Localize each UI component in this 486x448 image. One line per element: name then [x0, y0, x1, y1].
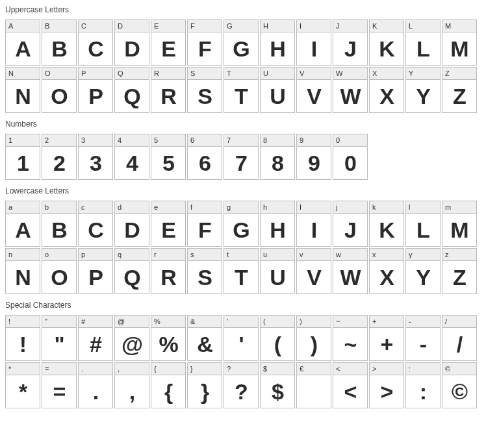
glyph-cell[interactable]: sS [187, 248, 222, 294]
glyph-cell[interactable]: QQ [114, 67, 149, 113]
glyph-cell[interactable]: (( [260, 315, 295, 361]
glyph-cell[interactable]: yY [405, 248, 441, 294]
glyph-cell[interactable]: II [296, 201, 331, 247]
glyph-cell[interactable]: FF [187, 19, 222, 66]
glyph-cell[interactable]: tT [224, 248, 259, 294]
glyph-cell[interactable]: GG [224, 19, 259, 66]
glyph-cell[interactable]: LL [405, 19, 441, 66]
glyph-cell[interactable]: KK [369, 19, 404, 66]
glyph-cell[interactable]: 88 [260, 134, 295, 180]
glyph-cell[interactable]: NN [5, 67, 40, 113]
glyph-cell[interactable]: hH [260, 201, 295, 247]
glyph-cell[interactable]: %% [151, 315, 186, 361]
glyph-cell[interactable]: $$ [260, 362, 295, 408]
glyph-cell[interactable]: PP [78, 67, 113, 113]
glyph-cell-label: Z [442, 68, 476, 80]
glyph-cell[interactable]: << [333, 362, 368, 408]
glyph-cell[interactable]: :: [405, 362, 441, 408]
glyph-cell[interactable]: CC [78, 19, 113, 66]
glyph-cell[interactable]: zZ [442, 248, 477, 294]
glyph-cell[interactable]: ** [5, 362, 40, 408]
glyph-cell[interactable]: wW [333, 248, 368, 294]
glyph-cell[interactable]: JJ [333, 19, 368, 66]
glyph-cell[interactable]: // [442, 315, 477, 361]
glyph-cell[interactable]: bB [42, 201, 77, 247]
glyph-cell[interactable]: qQ [114, 248, 149, 294]
glyph-cell[interactable]: oO [42, 248, 77, 294]
glyph-cell[interactable]: ## [78, 315, 113, 361]
glyph-cell[interactable]: HH [260, 19, 295, 66]
glyph-cell[interactable]: RR [151, 67, 186, 113]
glyph-cell[interactable]: "" [42, 315, 77, 361]
glyph-cell[interactable]: UU [260, 67, 295, 113]
glyph-cell[interactable]: XX [369, 67, 404, 113]
glyph-cell[interactable]: aA [5, 201, 40, 247]
glyph-cell[interactable]: rR [151, 248, 186, 294]
glyph-cell-label: ? [224, 363, 258, 375]
glyph-cell[interactable]: >> [369, 362, 404, 408]
glyph-cell[interactable]: uU [260, 248, 295, 294]
glyph-cell-label: R [151, 68, 185, 80]
glyph-cell-label: { [151, 363, 185, 375]
glyph-cell[interactable]: )) [296, 315, 331, 361]
glyph-cell[interactable]: ,, [114, 362, 149, 408]
glyph-cell[interactable]: SS [187, 67, 222, 113]
glyph-cell-preview: A [6, 214, 40, 246]
glyph-cell[interactable]: 00 [333, 134, 368, 180]
glyph-cell[interactable]: EE [151, 19, 186, 66]
glyph-cell[interactable]: ?? [224, 362, 259, 408]
glyph-cell[interactable]: dD [114, 201, 149, 247]
glyph-cell[interactable]: lL [405, 201, 441, 247]
glyph-cell[interactable]: == [42, 362, 77, 408]
glyph-cell-preview: Z [442, 80, 476, 112]
glyph-cell[interactable]: TT [224, 67, 259, 113]
glyph-cell[interactable]: AA [5, 19, 40, 66]
glyph-cell[interactable]: 44 [114, 134, 149, 180]
glyph-cell[interactable]: 22 [42, 134, 77, 180]
glyph-cell-label: c [79, 201, 112, 214]
glyph-cell[interactable]: vV [296, 248, 331, 294]
glyph-cell[interactable]: cC [78, 201, 113, 247]
glyph-cell[interactable]: ++ [369, 315, 404, 361]
glyph-cell[interactable]: VV [296, 67, 331, 113]
glyph-cell[interactable]: 11 [5, 134, 40, 180]
glyph-cell[interactable]: .. [78, 362, 113, 408]
glyph-cell[interactable]: @@ [114, 315, 149, 361]
glyph-cell[interactable]: 66 [187, 134, 222, 180]
glyph-cell[interactable]: mM [442, 201, 477, 247]
glyph-cell[interactable]: YY [405, 67, 441, 113]
glyph-cell[interactable]: ~~ [333, 315, 368, 361]
glyph-cell[interactable]: }} [187, 362, 222, 408]
glyph-cell-preview: { [151, 375, 185, 408]
glyph-cell[interactable]: ZZ [442, 67, 477, 113]
glyph-cell[interactable]: {{ [151, 362, 186, 408]
glyph-cell[interactable]: gG [224, 201, 259, 247]
glyph-cell[interactable]: jJ [333, 201, 368, 247]
glyph-cell[interactable]: 33 [78, 134, 113, 180]
glyph-cell[interactable]: II [296, 19, 331, 66]
glyph-cell[interactable]: fF [187, 201, 222, 247]
glyph-cell[interactable]: WW [333, 67, 368, 113]
glyph-cell[interactable]: DD [114, 19, 149, 66]
glyph-cell[interactable]: kK [369, 201, 404, 247]
glyph-cell[interactable]: pP [78, 248, 113, 294]
glyph-cell[interactable]: MM [442, 19, 477, 66]
glyph-cell[interactable]: && [187, 315, 222, 361]
glyph-cell[interactable]: -- [405, 315, 441, 361]
glyph-cell[interactable]: xX [369, 248, 404, 294]
glyph-cell[interactable]: ©© [442, 362, 477, 408]
glyph-cell[interactable]: 99 [296, 134, 331, 180]
glyph-cell[interactable]: eE [151, 201, 186, 247]
glyph-cell[interactable]: '' [224, 315, 259, 361]
glyph-cell[interactable]: € [296, 362, 331, 408]
glyph-cell-preview: 4 [115, 147, 149, 179]
glyph-cell[interactable]: nN [5, 248, 40, 294]
glyph-cell-label: > [370, 363, 403, 375]
glyph-cell-label: $ [261, 363, 294, 375]
glyph-cell[interactable]: OO [42, 67, 77, 113]
glyph-cell[interactable]: !! [5, 315, 40, 361]
glyph-cell[interactable]: 55 [151, 134, 186, 180]
glyph-cell[interactable]: BB [42, 19, 77, 66]
glyph-cell[interactable]: 77 [224, 134, 259, 180]
glyph-cell-label: , [115, 363, 149, 375]
